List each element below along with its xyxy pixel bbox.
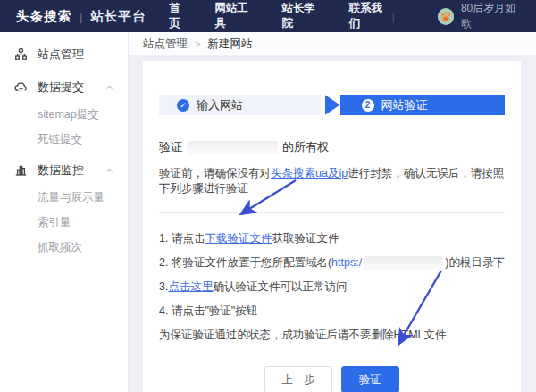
redacted-url	[364, 256, 443, 270]
nav-item-academy[interactable]: 站长学院	[281, 1, 324, 31]
sidebar: 站点管理 数据提交 sitemap提交 死链提交	[0, 32, 129, 392]
ua-ip-link[interactable]: 头条搜索ua及ip	[271, 167, 348, 179]
sidebar-item-label: 数据监控	[38, 163, 84, 179]
ownership-line: 验证 的所有权	[159, 139, 505, 155]
instruction-step-3: 3.点击这里确认验证文件可以正常访问	[159, 279, 505, 295]
redacted-domain	[187, 141, 278, 154]
instruction-step-1: 1. 请点击下载验证文件获取验证文件	[159, 231, 505, 246]
step-site-verification-label: 网站验证	[381, 97, 428, 113]
sidebar-item-index-volume[interactable]: 索引量	[0, 210, 128, 235]
step2-prefix: 2. 将验证文件放置于您所配置域名(	[159, 255, 331, 271]
sidebar-item-label: 站点管理	[38, 46, 84, 63]
chevron-up-icon[interactable]	[105, 168, 113, 173]
top-navbar: 头条搜索 | 站长平台 首页 网站工具 站长学院 联系我们 | 80后岁月如歌	[0, 0, 536, 32]
step-arrow-icon	[325, 95, 340, 115]
instruction-step-2: 2. 将验证文件放置于您所配置域名(https:/)的根目录下	[159, 255, 505, 271]
https-link: https:/	[331, 255, 362, 271]
breadcrumb-new-site: 新建网站	[207, 37, 252, 52]
sidebar-item-label: 数据提交	[38, 79, 84, 96]
intro-line: 验证前，请确保没有对头条搜索ua及ip进行封禁，确认无误后，请按照下列步骤进行验…	[159, 166, 505, 196]
ownership-suffix: 的所有权	[282, 139, 329, 155]
paw-icon	[438, 8, 454, 25]
ownership-prefix: 验证	[159, 139, 182, 155]
sidebar-item-traffic-impressions[interactable]: 流量与展示量	[0, 185, 128, 210]
step-wizard: ✓ 输入网站 2 网站验证	[159, 95, 505, 115]
step-number-badge: 2	[362, 99, 374, 112]
step-enter-website: ✓ 输入网站	[159, 95, 321, 115]
sitemap-icon	[14, 47, 28, 61]
nav-menu: 首页 网站工具 站长学院 联系我们	[169, 1, 391, 31]
button-row: 上一步 验证	[159, 366, 505, 392]
logo-secondary: 站长平台	[90, 8, 146, 25]
keep-file-note: 为保证验证通过的状态，成功验证后请不要删除HTML文件	[159, 328, 505, 343]
chevron-up-icon[interactable]	[105, 85, 113, 90]
nav-user-area: | 80后岁月如歌	[391, 1, 523, 31]
step1-suffix: 获取验证文件	[272, 231, 339, 246]
previous-step-button[interactable]: 上一步	[264, 366, 332, 392]
nav-divider: |	[391, 10, 394, 23]
check-circle-icon: ✓	[177, 99, 189, 112]
sidebar-item-data-monitor[interactable]: 数据监控	[0, 155, 128, 185]
nav-item-contact[interactable]: 联系我们	[348, 1, 391, 31]
breadcrumb-separator: >	[195, 38, 200, 49]
user-name[interactable]: 80后岁月如歌	[461, 1, 523, 31]
sidebar-item-data-submit[interactable]: 数据提交	[0, 72, 128, 102]
instruction-step-4: 4. 请点击"验证"按钮	[159, 304, 505, 319]
sidebar-item-crawl-frequency[interactable]: 抓取频次	[0, 235, 128, 260]
intro-before: 验证前，请确保没有对	[159, 167, 271, 179]
bar-chart-icon	[14, 163, 28, 177]
sidebar-item-site-management[interactable]: 站点管理	[0, 39, 128, 69]
avatar[interactable]	[438, 8, 454, 25]
step3-suffix: 确认验证文件可以正常访问	[213, 279, 347, 295]
verify-button[interactable]: 验证	[341, 366, 399, 392]
step3-prefix: 3.	[159, 279, 168, 295]
nav-item-site-tools[interactable]: 网站工具	[214, 1, 257, 31]
sidebar-item-deadlink-submit[interactable]: 死链提交	[0, 127, 128, 152]
breadcrumb: 站点管理 > 新建网站	[129, 32, 536, 55]
breadcrumb-site-management[interactable]: 站点管理	[143, 37, 188, 52]
step1-prefix: 1. 请点击	[159, 231, 205, 246]
click-here-link[interactable]: 点击这里	[168, 279, 213, 295]
verification-card: ✓ 输入网站 2 网站验证 验证 的所有权	[143, 61, 521, 392]
download-verification-file-link[interactable]: 下载验证文件	[205, 231, 272, 246]
nav-item-home[interactable]: 首页	[169, 1, 190, 31]
logo-primary: 头条搜索	[16, 8, 71, 25]
divider	[159, 212, 505, 213]
step2-suffix: )的根目录下	[445, 255, 505, 271]
cloud-upload-icon	[14, 80, 28, 94]
logo[interactable]: 头条搜索 | 站长平台	[16, 8, 146, 25]
step-enter-website-label: 输入网站	[197, 97, 243, 113]
step-separator-gap	[321, 95, 325, 115]
logo-separator: |	[80, 10, 82, 23]
step-site-verification: 2 网站验证	[340, 95, 506, 115]
sidebar-item-sitemap-submit[interactable]: sitemap提交	[0, 102, 128, 127]
